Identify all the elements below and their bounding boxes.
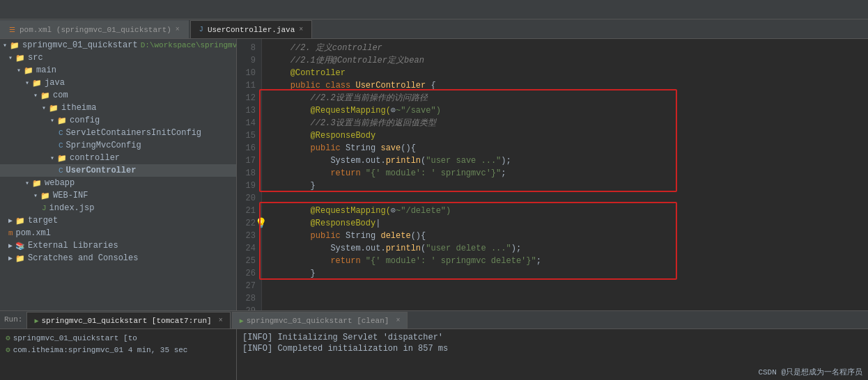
pom-icon: m	[8, 229, 13, 237]
bottom-tab-close[interactable]: ×	[396, 317, 400, 324]
folder-icon: 📁	[10, 41, 20, 50]
line-number: 12	[237, 92, 261, 104]
code-text: //2.3设置当前操作的返回值类型	[270, 117, 436, 129]
code-text: public String delete(){	[270, 230, 426, 242]
line-number: 25	[237, 255, 261, 267]
tab-usercontroller[interactable]: JUserController.java×	[190, 20, 312, 38]
java-icon: C	[59, 141, 63, 150]
line-number: 17	[237, 155, 261, 167]
line-number: 24	[237, 242, 261, 255]
project-sidebar: ▾📁springmvc_01_quickstart D:\workspace\s…	[0, 39, 237, 310]
code-line: }	[270, 180, 868, 192]
folder-icon: 📁	[32, 179, 42, 188]
sidebar-item-src[interactable]: ▾📁src	[0, 52, 236, 64]
code-line: //2.1使用@Controller定义bean	[270, 54, 868, 67]
run-icon: ▶	[240, 317, 244, 325]
sidebar-item-label: config	[70, 116, 100, 125]
sidebar-item-itheima[interactable]: ▾📁itheima	[0, 102, 236, 114]
sidebar-item-label: SpringMvcConfig	[66, 141, 141, 150]
sidebar-item-label: WEB-INF	[53, 191, 88, 200]
code-text: System.out.println("user delete ...");	[270, 242, 521, 255]
line-number: 16	[237, 142, 261, 155]
chevron-icon: ▶	[8, 254, 13, 262]
sidebar-item-extlibs[interactable]: ▶📚External Libraries	[0, 239, 236, 252]
line-number: 14	[237, 117, 261, 129]
line-number: 13	[237, 104, 261, 117]
run-sidebar-item[interactable]: ⚙springmvc_01_quickstart [to	[0, 332, 236, 344]
sidebar-item-springmvcconfig[interactable]: CSpringMvcConfig	[0, 139, 236, 152]
tab-close[interactable]: ×	[299, 26, 303, 33]
sidebar-item-indexjsp[interactable]: Jindex.jsp	[0, 202, 236, 214]
bottom-tab-run1[interactable]: ▶springmvc_01_quickstart [tomcat7:run]×	[26, 312, 230, 328]
chevron-icon: ▾	[33, 191, 38, 200]
code-line: }	[270, 267, 868, 280]
sidebar-item-target[interactable]: ▶📁target	[0, 214, 236, 227]
sidebar-item-pomxml[interactable]: mpom.xml	[0, 227, 236, 239]
code-line: return "{' module': ' springmvc delete'}…	[270, 255, 868, 267]
code-line	[270, 280, 868, 292]
sidebar-item-webinf[interactable]: ▾📁WEB-INF	[0, 189, 236, 202]
bottom-tab-close[interactable]: ×	[219, 317, 223, 324]
bottom-content: ⚙springmvc_01_quickstart [to⚙com.itheima…	[0, 329, 868, 380]
sidebar-item-label: java	[45, 78, 65, 88]
sidebar-item-label: webapp	[45, 178, 75, 188]
folder-icon: 📁	[32, 79, 42, 88]
line-number: 11	[237, 79, 261, 92]
sidebar-item-label: src	[28, 53, 43, 63]
code-line: //2.3设置当前操作的返回值类型	[270, 117, 868, 129]
bottom-tab-run2[interactable]: ▶springmvc_01_quickstart [clean]×	[232, 312, 408, 328]
tab-icon-java: J	[199, 26, 203, 33]
chevron-icon: ▶	[8, 242, 13, 250]
run-process-label: com.itheima:springmvc_01 4 min, 35 sec	[13, 346, 188, 354]
sidebar-item-root[interactable]: ▾📁springmvc_01_quickstart D:\workspace\s…	[0, 39, 236, 52]
tab-pom[interactable]: ☰pom.xml (springmvc_01_quickstart)×	[0, 20, 189, 38]
code-text: @RequestMapping(⊙~"/save")	[270, 104, 441, 117]
code-line	[270, 292, 868, 305]
line-number: 28	[237, 292, 261, 305]
folder-icon: 📁	[15, 216, 25, 225]
sidebar-item-main[interactable]: ▾📁main	[0, 64, 236, 77]
line-number: 10	[237, 67, 261, 79]
code-line: public String delete(){	[270, 230, 868, 242]
sidebar-item-label: target	[28, 216, 58, 225]
code-text: //2.2设置当前操作的访问路径	[270, 92, 428, 104]
code-line: 💡 @ResponseBody|	[270, 217, 868, 230]
sidebar-item-com[interactable]: ▾📁com	[0, 89, 236, 102]
folder-icon: 📁	[24, 66, 33, 75]
bottom-tab-label: springmvc_01_quickstart [tomcat7:run]	[41, 317, 211, 325]
sidebar-item-java[interactable]: ▾📁java	[0, 77, 236, 89]
java-icon: C	[59, 166, 63, 175]
tab-close[interactable]: ×	[176, 26, 180, 33]
sidebar-item-webapp[interactable]: ▾📁webapp	[0, 177, 236, 189]
sidebar-item-scratches[interactable]: ▶📁Scratches and Consoles	[0, 252, 236, 264]
ext-icon: 📚	[15, 242, 25, 251]
sidebar-item-label: controller	[70, 153, 120, 163]
run-process-label: springmvc_01_quickstart [to	[13, 334, 137, 342]
sidebar-item-controller[interactable]: ▾📁controller	[0, 152, 236, 164]
sidebar-item-label: External Libraries	[28, 241, 118, 251]
chevron-icon: ▾	[8, 54, 13, 62]
line-number: 23	[237, 230, 261, 242]
folder-icon: 📁	[40, 91, 50, 100]
line-number: 27	[237, 280, 261, 292]
code-line	[270, 305, 868, 310]
run-log: [INFO] Initializing Servlet 'dispatcher'…	[237, 329, 752, 380]
folder-icon: 📁	[15, 54, 25, 63]
line-number: 29	[237, 305, 261, 310]
code-editor[interactable]: 8910111213141516171819202122232425262728…	[237, 39, 868, 310]
run-sidebar-item[interactable]: ⚙com.itheima:springmvc_01 4 min, 35 sec	[0, 344, 236, 356]
log-line: [INFO] Completed initialization in 857 m…	[242, 343, 747, 354]
code-lines: //2. 定义controller //2.1使用@Controller定义be…	[262, 39, 868, 310]
sidebar-item-servletcontainersinitconfig[interactable]: CServletContainersInitConfig	[0, 127, 236, 139]
tab-icon-xml: ☰	[9, 26, 15, 34]
line-number: 26	[237, 267, 261, 280]
code-line: @RequestMapping(⊙~"/delete")	[270, 205, 868, 217]
line-number: 19	[237, 180, 261, 192]
sidebar-item-usercontroller[interactable]: CUserController	[0, 164, 236, 177]
code-text: }	[270, 267, 316, 280]
chevron-icon: ▾	[42, 104, 46, 112]
folder-icon: 📁	[49, 104, 59, 113]
sidebar-item-config[interactable]: ▾📁config	[0, 114, 236, 127]
chevron-icon: ▾	[25, 179, 29, 187]
code-line: //2. 定义controller	[270, 42, 868, 54]
